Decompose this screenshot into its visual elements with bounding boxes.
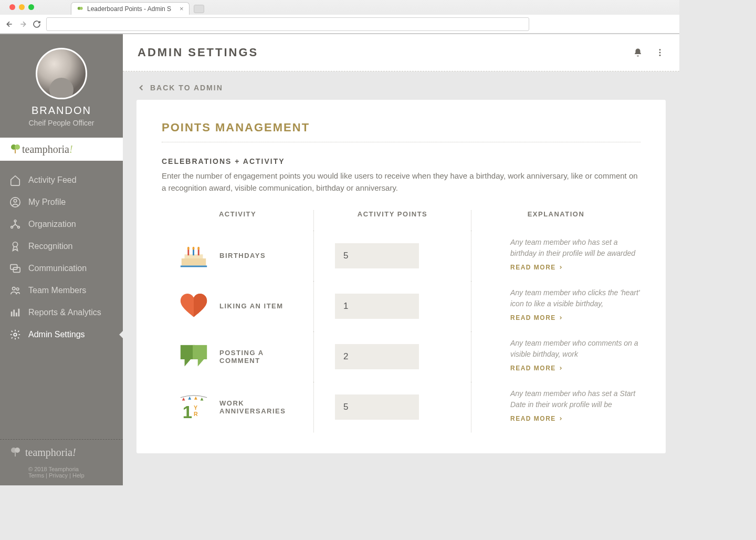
read-more-link[interactable]: READ MORE [510, 314, 640, 321]
explanation-text: Any team member who clicks the 'heart' i… [510, 287, 640, 310]
footer-links: Terms | Privacy | Help [28, 472, 113, 479]
explanation-text: Any team member who has set a birthday i… [510, 237, 640, 259]
svg-rect-17 [16, 313, 17, 316]
activity-row: LIKING AN ITEM [162, 281, 314, 331]
brand-banner[interactable]: teamphoria! [0, 138, 123, 161]
svg-rect-27 [181, 266, 207, 267]
col-header-activity: ACTIVITY [162, 210, 314, 231]
activity-label: POSTING A COMMENT [219, 349, 298, 365]
read-more-link[interactable]: READ MORE [510, 415, 640, 422]
card-title: POINTS MANAGEMENT [162, 121, 640, 134]
brand-text: teamphoria! [22, 143, 73, 155]
svg-point-24 [659, 52, 661, 54]
sidebar-item-label: Organization [28, 220, 76, 229]
window-controls[interactable] [4, 0, 39, 10]
svg-point-10 [13, 242, 17, 247]
new-tab-button[interactable] [194, 5, 204, 13]
brand-icon [9, 446, 22, 459]
footer-link-help[interactable]: Help [72, 472, 85, 479]
header-actions [633, 48, 665, 57]
svg-rect-12 [13, 267, 20, 272]
svg-marker-39 [182, 398, 185, 401]
explanation-cell: Any team member who has set a Start Date… [471, 382, 640, 432]
sidebar-item-team-members[interactable]: Team Members [0, 279, 123, 302]
gear-icon [9, 329, 21, 340]
read-more-link[interactable]: READ MORE [510, 264, 640, 271]
points-cell [314, 281, 471, 331]
favicon-icon [77, 5, 84, 13]
svg-point-6 [14, 200, 17, 203]
close-window[interactable] [9, 4, 15, 10]
sidebar-item-reports[interactable]: Reports & Analytics [0, 302, 123, 324]
svg-rect-22 [15, 452, 16, 456]
sidebar-item-my-profile[interactable]: My Profile [0, 191, 123, 213]
points-input-birthdays[interactable] [335, 243, 419, 268]
footer-link-terms[interactable]: Terms [28, 472, 44, 479]
explanation-text: Any team member who has set a Start Date… [510, 388, 640, 411]
svg-rect-29 [187, 250, 189, 256]
chat-icon [9, 263, 21, 274]
browser-back-button[interactable] [5, 20, 14, 28]
section-description: Enter the number of engagement points yo… [162, 170, 640, 194]
explanation-cell: Any team member who clicks the 'heart' i… [471, 281, 640, 331]
sidebar-item-label: Team Members [28, 286, 86, 295]
sidebar-item-label: Recognition [28, 242, 73, 251]
svg-marker-38 [198, 359, 204, 367]
svg-marker-37 [185, 359, 191, 367]
back-to-ими-admin-link[interactable]: BACK TO ADMIN [136, 80, 666, 100]
svg-rect-11 [10, 265, 17, 269]
user-profile: BRANDON Cheif People Officer [0, 34, 123, 138]
footer-brand: teamphoria! [9, 446, 113, 459]
points-card: POINTS MANAGEMENT CELEBRATIONS + ACTIVIT… [136, 100, 666, 453]
svg-point-14 [16, 288, 19, 290]
svg-rect-31 [198, 250, 200, 256]
browser-chrome: Leaderboard Points - Admin S × [0, 0, 679, 34]
org-icon [9, 219, 21, 230]
sidebar-item-admin-settings[interactable]: Admin Settings [0, 324, 123, 346]
points-input-liking[interactable] [335, 294, 419, 319]
svg-rect-36 [193, 345, 207, 359]
explanation-cell: Any team member who has set a birthday i… [471, 231, 640, 281]
minimize-window[interactable] [19, 4, 25, 10]
maximize-window[interactable] [28, 4, 34, 10]
heart-icon [177, 293, 210, 320]
bars-icon [9, 307, 21, 318]
comment-icon [177, 343, 210, 370]
sidebar-item-recognition[interactable]: Recognition [0, 235, 123, 257]
sidebar: BRANDON Cheif People Officer teamphoria!… [0, 34, 123, 485]
read-more-link[interactable]: READ MORE [510, 365, 640, 372]
bell-icon[interactable] [633, 48, 643, 57]
chevron-right-icon [558, 366, 563, 371]
svg-point-21 [15, 448, 20, 453]
svg-marker-42 [201, 398, 204, 401]
tab-close-icon[interactable]: × [180, 5, 184, 13]
browser-tab[interactable]: Leaderboard Points - Admin S × [71, 2, 190, 15]
points-input-anniversary[interactable] [335, 394, 419, 420]
chevron-right-icon [558, 315, 563, 320]
svg-rect-15 [11, 311, 13, 316]
points-cell [314, 382, 471, 432]
browser-forward-button[interactable] [19, 20, 27, 28]
svg-point-33 [193, 247, 195, 250]
page-header: ADMIN SETTINGS [123, 34, 679, 71]
sidebar-item-activity-feed[interactable]: Activity Feed [0, 169, 123, 191]
more-icon[interactable] [655, 48, 665, 57]
sidebar-nav: Activity Feed My Profile Organization Re… [0, 161, 123, 435]
copyright-text: © 2018 Teamphoria [28, 466, 113, 472]
browser-reload-button[interactable] [33, 20, 41, 28]
avatar[interactable] [36, 48, 87, 99]
sidebar-item-communication[interactable]: Communication [0, 257, 123, 279]
footer-link-privacy[interactable]: Privacy [49, 472, 68, 479]
page-title: ADMIN SETTINGS [138, 46, 258, 59]
sidebar-item-organization[interactable]: Organization [0, 213, 123, 235]
brand-icon [9, 143, 22, 155]
anniversary-icon: 1YR [177, 393, 210, 421]
points-input-comment[interactable] [335, 344, 419, 369]
user-role: Cheif People Officer [5, 119, 118, 127]
sidebar-item-label: Activity Feed [28, 175, 77, 185]
url-bar[interactable] [46, 17, 529, 31]
home-icon [9, 174, 21, 186]
svg-rect-4 [15, 149, 16, 153]
activity-row: 1YR WORK ANNIVERSARIES [162, 382, 314, 432]
svg-point-34 [197, 247, 200, 250]
